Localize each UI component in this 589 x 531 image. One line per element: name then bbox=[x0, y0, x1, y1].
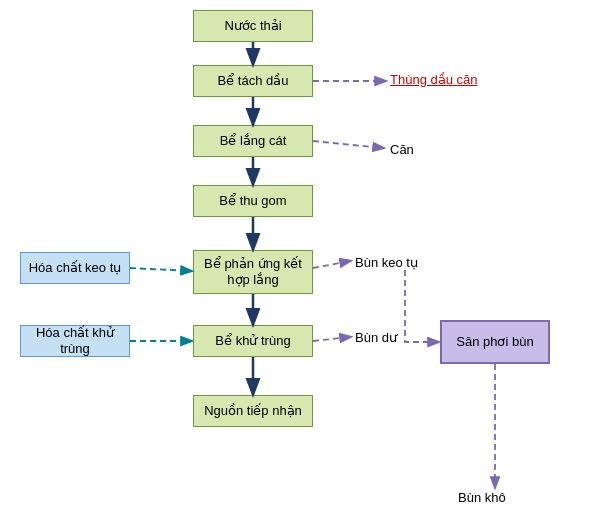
label-can: Căn bbox=[390, 142, 414, 157]
box-be-thu-gom: Bể thu gom bbox=[193, 185, 313, 217]
box-san-phoi-bun: Sân phơi bùn bbox=[440, 320, 550, 364]
box-hoa-chat-khu-trung: Hóa chất khử trùng bbox=[20, 325, 130, 357]
box-nuoc-thai: Nước thải bbox=[193, 10, 313, 42]
label-thung-dau-can: Thùng dầu căn bbox=[390, 72, 478, 87]
box-nguon-tiep-nhan: Nguồn tiếp nhận bbox=[193, 395, 313, 427]
diagram: Nước thải Bể tách dầu Bể lắng cát Bể thu… bbox=[0, 0, 589, 531]
box-hoa-chat-keo-tu: Hóa chất keo tụ bbox=[20, 252, 130, 284]
svg-line-7 bbox=[313, 141, 383, 148]
label-bun-keo-tu: Bùn keo tụ bbox=[355, 255, 418, 270]
box-be-phan-ung: Bể phản ứng kết hợp lắng bbox=[193, 250, 313, 294]
label-bun-kho: Bùn khô bbox=[458, 490, 506, 505]
box-be-lang-cat: Bể lắng cát bbox=[193, 125, 313, 157]
svg-line-8 bbox=[130, 268, 191, 271]
box-be-khu-trung: Bể khử trùng bbox=[193, 325, 313, 357]
label-bun-du: Bùn dư bbox=[355, 330, 397, 345]
box-be-tach-dau: Bể tách dầu bbox=[193, 65, 313, 97]
svg-line-10 bbox=[313, 261, 350, 268]
svg-line-11 bbox=[313, 337, 350, 341]
